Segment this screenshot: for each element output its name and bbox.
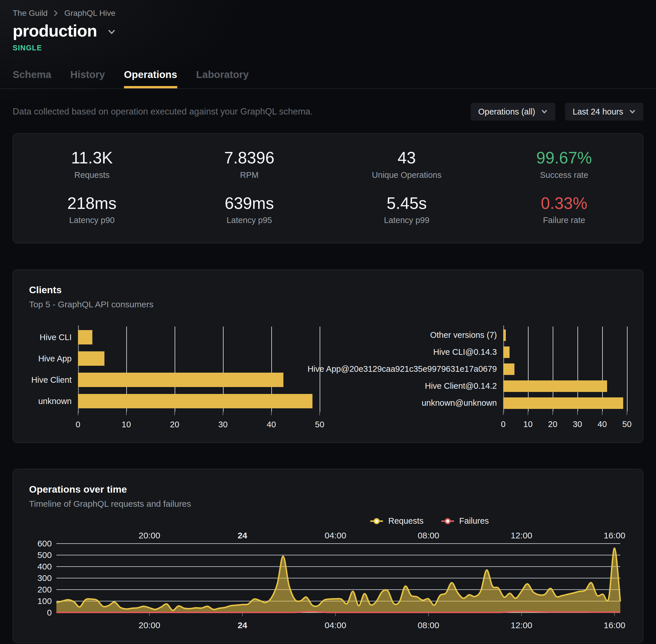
- x-tick-label: 40: [267, 420, 276, 429]
- x-tick-label-top: 08:00: [418, 531, 439, 540]
- x-tick-label: 20: [170, 420, 179, 429]
- stat-latency-p90: 218ms Latency p90: [13, 194, 171, 225]
- bar: [78, 351, 104, 366]
- bar-category-label: Hive CLI@0.14.3: [325, 344, 503, 361]
- stat-requests: 11.3K Requests: [13, 149, 171, 180]
- bar: [503, 381, 607, 392]
- x-tick-label-bottom: 08:00: [418, 620, 439, 630]
- tab-operations-label: Operations: [124, 69, 177, 80]
- y-tick-label: 100: [38, 596, 52, 606]
- legend-marker-icon: [370, 518, 383, 525]
- bar: [78, 394, 312, 408]
- tab-operations[interactable]: Operations: [124, 69, 177, 88]
- bar-row: [78, 390, 320, 412]
- x-tick-label-bottom: 20:00: [139, 620, 160, 630]
- x-tick-label-top: 16:00: [604, 531, 625, 540]
- bar-chart-x-axis: 01020304050: [503, 415, 627, 431]
- operations-filter-value: Operations (all): [478, 107, 535, 117]
- bar-category-label: Hive Client: [29, 369, 78, 390]
- bar-category-labels: Other versions (7)Hive CLI@0.14.3Hive Ap…: [325, 327, 503, 412]
- period-filter-dropdown[interactable]: Last 24 hours: [565, 103, 643, 120]
- tabs: Schema History Operations Laboratory: [13, 69, 643, 88]
- bar-chart-plot: [503, 327, 627, 412]
- x-tick-label-top: 24: [238, 531, 248, 540]
- x-tick: [126, 412, 126, 415]
- toolbar: Data collected based on operation execut…: [13, 103, 643, 120]
- page-container: The Guild GraphQL Hive production SINGLE…: [0, 0, 656, 88]
- timeline-legend: RequestsFailures: [370, 516, 627, 526]
- x-tick-label: 10: [122, 420, 131, 429]
- breadcrumb-project[interactable]: GraphQL Hive: [64, 9, 115, 18]
- clients-charts-row: Hive CLIHive AppHive Clientunknown010203…: [29, 327, 627, 431]
- stat-value: 639ms: [171, 194, 328, 212]
- timeline-chart: 010020030040050060020:0020:00242404:0004…: [29, 530, 627, 631]
- period-filter-value: Last 24 hours: [572, 107, 623, 117]
- bar-chart-x-axis: 01020304050: [78, 416, 320, 431]
- page-description: Data collected based on operation execut…: [13, 107, 461, 117]
- y-tick-label: 0: [47, 608, 52, 617]
- legend-marker-icon: [441, 518, 454, 525]
- chevron-down-icon: [629, 109, 636, 114]
- stat-rpm: 7.8396 RPM: [171, 149, 328, 180]
- bar-row: [78, 369, 320, 390]
- legend-item-requests[interactable]: Requests: [370, 516, 423, 526]
- stat-label: Success rate: [485, 170, 643, 180]
- page-title: production: [13, 22, 97, 39]
- bar: [503, 397, 623, 409]
- clients-by-name-chart: Hive CLIHive AppHive Clientunknown010203…: [29, 327, 320, 431]
- content: Data collected based on operation execut…: [0, 103, 656, 643]
- stats-panel: 11.3K Requests 7.8396 RPM 43 Unique Oper…: [13, 133, 643, 244]
- y-tick-label: 600: [38, 539, 52, 548]
- bar-chart-body: Other versions (7)Hive CLI@0.14.3Hive Ap…: [325, 327, 627, 412]
- bar-category-label: Hive CLI: [29, 327, 78, 348]
- bar: [503, 364, 514, 375]
- bar-category-label: unknown@unknown: [325, 394, 503, 412]
- bar: [503, 329, 506, 341]
- x-tick-label: 40: [598, 419, 607, 429]
- stat-value: 7.8396: [171, 149, 328, 167]
- bar-category-label: Other versions (7): [325, 327, 503, 344]
- tab-history[interactable]: History: [70, 69, 105, 88]
- bar-row: [78, 348, 320, 369]
- x-tick: [223, 412, 223, 415]
- x-tick-label: 50: [622, 419, 632, 429]
- bar-category-labels: Hive CLIHive AppHive Clientunknown: [29, 327, 78, 412]
- timeline-panel-title: Operations over time: [29, 484, 627, 495]
- bar-row: [503, 327, 627, 344]
- x-tick: [528, 412, 528, 415]
- page: { "colors": { "accent_yellow": "#eab648"…: [0, 0, 656, 644]
- timeline-panel-subtitle: Timeline of GraphQL requests and failure…: [29, 499, 627, 509]
- stat-label: Requests: [13, 170, 171, 180]
- target-type-badge: SINGLE: [13, 44, 643, 52]
- bar: [503, 346, 510, 358]
- y-tick-label: 200: [38, 585, 52, 594]
- tab-schema[interactable]: Schema: [13, 69, 51, 88]
- legend-item-failures[interactable]: Failures: [441, 516, 489, 526]
- stat-label: Unique Operations: [328, 170, 485, 180]
- breadcrumb-org[interactable]: The Guild: [13, 9, 47, 18]
- stat-value: 5.45s: [328, 194, 485, 212]
- x-tick-label: 0: [501, 419, 506, 429]
- stat-success-rate: 99.67% Success rate: [485, 149, 643, 180]
- bar-row: [503, 361, 627, 377]
- x-tick-label: 0: [76, 420, 80, 429]
- x-tick: [553, 412, 553, 415]
- legend-label: Failures: [459, 516, 489, 526]
- tab-laboratory[interactable]: Laboratory: [196, 69, 249, 88]
- stat-label: Latency p99: [328, 215, 485, 225]
- stat-unique-operations: 43 Unique Operations: [328, 149, 485, 180]
- x-tick-label: 30: [218, 420, 228, 429]
- stat-value: 11.3K: [13, 149, 171, 167]
- stat-failure-rate: 0.33% Failure rate: [485, 194, 643, 225]
- x-tick-label-top: 04:00: [325, 531, 346, 540]
- x-tick-label-bottom: 24: [238, 620, 248, 630]
- x-tick: [271, 412, 272, 415]
- active-tab-underline: [124, 86, 177, 88]
- stat-value: 0.33%: [485, 194, 643, 212]
- clients-panel: Clients Top 5 - GraphQL API consumers Hi…: [13, 269, 643, 443]
- target-selector-chevron-down-icon[interactable]: [107, 28, 117, 36]
- stat-label: Failure rate: [485, 215, 643, 225]
- stat-value: 99.67%: [485, 149, 643, 167]
- operations-filter-dropdown[interactable]: Operations (all): [471, 103, 555, 120]
- bar-row: [503, 377, 627, 394]
